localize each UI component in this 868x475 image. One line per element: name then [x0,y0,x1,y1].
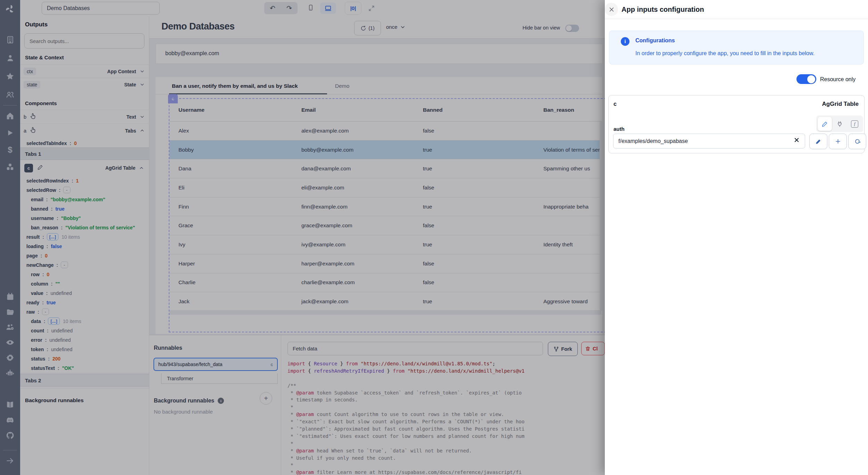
robot-icon[interactable] [0,365,20,381]
table-row[interactable]: Danadana@example.comtrueSpamming other u… [169,159,601,178]
script-name-input[interactable] [287,342,543,355]
clear-button[interactable]: Cl [581,342,605,355]
chevron-down-icon[interactable] [139,81,145,88]
text-component-card[interactable]: bobby@example.com [156,44,603,64]
output-tree-row[interactable]: selectedTabIndex:0 [26,138,77,148]
hide-bar-toggle[interactable] [565,25,579,32]
output-tree-row[interactable]: loading:false [26,241,148,251]
windmill-logo-icon[interactable] [0,0,20,18]
team-icon[interactable] [0,87,20,102]
tab-ban-user[interactable]: Ban a user, notify them by email, and us… [172,83,298,89]
refresh-resource-button[interactable] [848,134,866,149]
dollar-icon[interactable]: $ [0,142,20,158]
output-tree-row[interactable]: error:undefined [26,335,148,345]
output-tree-row[interactable]: token:undefined [26,345,148,354]
output-tree-row[interactable]: statusText:"OK" [26,363,148,373]
add-background-runnable-button[interactable]: + [260,392,272,405]
schedule-calendar-icon[interactable] [0,289,20,304]
component-row-b[interactable]: b Text [20,110,149,124]
code-editor[interactable]: import { Resource } from "https://deno.l… [287,360,612,475]
output-tree-row[interactable]: ready:true [26,298,148,307]
output-tree-row[interactable]: page:0 [26,251,148,260]
component-row-a[interactable]: a Tabs [20,124,149,137]
folder-icon[interactable] [0,304,20,320]
table-row[interactable]: Harperharper@example.comfalse [169,254,601,273]
user-group-gear-icon[interactable] [0,320,20,335]
docs-book-icon[interactable] [0,397,20,413]
star-icon[interactable] [0,69,20,84]
connect-plug-icon[interactable] [833,117,847,131]
output-tree-row[interactable]: selectedRow:- [26,185,148,195]
table-row[interactable]: Gracegrace@example.comfalse [169,216,601,235]
output-tree-row[interactable]: ban_reason:"Violation of terms of servic… [26,223,148,232]
output-tree-row[interactable]: result:[...]10 items [26,232,148,241]
table-row[interactable]: Alexalex@example.comfalse [169,121,601,141]
expand-icon[interactable] [365,2,378,14]
resource-path-input[interactable] [613,134,805,149]
output-tree-row[interactable]: email:"bobby@example.com" [26,195,148,204]
eye-icon[interactable] [0,335,20,350]
table-row[interactable]: Ivyivy@example.comtrueIdentity theft [169,235,601,254]
table-row[interactable]: Finnfinn@example.comtrueInappropriate be… [169,197,601,217]
gear-icon[interactable] [0,350,20,365]
component-row-c[interactable]: c AgGrid Table [20,160,149,176]
table-row[interactable]: Bobbybobby@example.comtrueViolation of t… [169,141,601,160]
building-icon[interactable] [0,32,20,47]
undo-icon[interactable]: ↶ [270,4,275,12]
mobile-icon[interactable] [307,4,314,12]
output-tree-row[interactable]: selectedRowIndex:1 [26,176,148,185]
schedule-dropdown[interactable]: once [386,24,405,30]
output-tree-row[interactable]: banned:true [26,204,148,213]
tabs1-header[interactable]: Tabs 1 [20,147,149,160]
edit-resource-button[interactable] [809,134,827,149]
output-tree-row[interactable]: value:undefined [26,288,148,298]
output-row-ctx[interactable]: ctx App Context [20,65,149,78]
function-icon[interactable]: f [848,117,862,131]
align-zero-button[interactable]: |0| [345,2,361,14]
output-tree-row[interactable]: row:0 [26,270,148,279]
column-header[interactable]: Banned [414,107,534,113]
tabs2-header[interactable]: Tabs 2 [20,374,149,387]
output-tree-row[interactable]: count:undefined [26,326,148,335]
static-pencil-icon[interactable] [818,117,832,131]
output-tree-row[interactable]: newChange:- [26,260,148,270]
pencil-icon[interactable] [37,164,43,172]
user-icon[interactable] [0,50,20,66]
discord-icon[interactable] [0,413,20,428]
fork-button[interactable]: Fork [548,342,578,356]
clear-x-icon[interactable] [793,137,800,145]
vertical-scrollbar[interactable] [600,121,603,311]
close-icon[interactable] [605,3,618,16]
cubes-icon[interactable] [0,159,20,175]
output-row-state[interactable]: state State [20,78,149,91]
collapse-arrow-icon[interactable] [0,453,20,468]
output-tree-row[interactable]: column:"" [26,279,148,288]
runnable-item-fetch-data[interactable]: hub/943/supabase/fetch_data c [153,358,278,371]
github-icon[interactable] [0,428,20,443]
chevron-down-icon[interactable] [139,113,145,120]
app-name-input[interactable] [42,2,160,15]
home-icon[interactable] [0,108,20,124]
table-row[interactable]: Elieli@example.comfalse [169,178,601,197]
output-tree-row[interactable]: data:[...]10 items [26,316,148,326]
refresh-button[interactable]: (1) [354,21,381,35]
table-row[interactable]: Charliecharlie@example.comfalse [169,273,601,292]
redo-icon[interactable]: ↷ [286,4,292,12]
output-tree-row[interactable]: raw:- [26,307,148,316]
tab-demo[interactable]: Demo [335,83,349,89]
column-header[interactable]: Username [169,107,292,113]
output-tree-row[interactable]: username:"Bobby" [26,213,148,223]
table-row[interactable]: Jackjack@example.comtrueAggressive towar… [169,292,601,311]
chevron-down-icon[interactable] [139,68,145,75]
chevron-up-icon[interactable] [138,164,145,171]
runnable-item-transformer[interactable]: Transformer [161,373,278,384]
horizontal-scrollbar[interactable] [169,310,601,315]
resource-only-toggle[interactable] [796,74,816,84]
output-tree-row[interactable]: status:200 [26,354,148,363]
play-icon[interactable] [0,125,20,141]
chevron-up-icon[interactable] [139,127,145,134]
column-header[interactable]: Ban_reason [534,107,601,113]
add-resource-button[interactable] [829,134,847,149]
column-header[interactable]: Email [292,107,414,113]
search-outputs-input[interactable] [24,33,144,49]
